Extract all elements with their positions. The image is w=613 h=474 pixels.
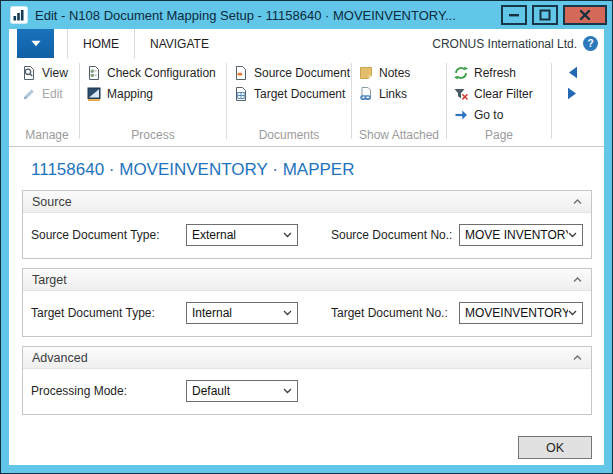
source-document-no-label: Source Document No.: <box>331 228 459 242</box>
chevron-down-icon <box>283 232 292 238</box>
previous-record-button[interactable] <box>552 62 592 83</box>
title-bar: Edit - N108 Document Mapping Setup - 111… <box>1 1 612 29</box>
chevron-down-icon <box>283 310 292 316</box>
source-document-button[interactable]: Source Document <box>227 62 351 83</box>
ribbon-group-documents: Source Document Target Document <box>227 58 351 146</box>
group-label-page: Page <box>447 127 551 146</box>
application-menu-button[interactable] <box>17 29 54 58</box>
group-label-process: Process <box>80 127 226 146</box>
group-label-documents: Documents <box>227 127 351 146</box>
mapping-label: Mapping <box>107 87 153 101</box>
group-label-manage: Manage <box>15 127 79 146</box>
refresh-icon <box>453 65 469 81</box>
check-configuration-label: Check Configuration <box>107 66 216 80</box>
ok-button[interactable]: OK <box>518 436 592 459</box>
section-source-title: Source <box>32 195 72 209</box>
notes-label: Notes <box>379 66 410 80</box>
close-button[interactable] <box>563 5 607 25</box>
clear-filter-button[interactable]: Clear Filter <box>447 83 551 104</box>
links-label: Links <box>379 87 407 101</box>
group-label-show-attached: Show Attached <box>352 127 446 146</box>
target-document-no-select[interactable]: MOVEINVENTORY <box>459 302 583 324</box>
footer: OK <box>22 436 592 465</box>
next-record-icon <box>567 87 578 100</box>
target-document-type-label: Target Document Type: <box>31 306 186 320</box>
check-configuration-button[interactable]: Check Configuration <box>80 62 226 83</box>
source-document-type-label: Source Document Type: <box>31 228 186 242</box>
clear-filter-label: Clear Filter <box>474 87 533 101</box>
ribbon-group-page: Refresh Clear Filter <box>447 58 551 146</box>
ribbon-tab-bar: HOME NAVIGATE CRONUS International Ltd. … <box>9 29 604 58</box>
target-document-no-label: Target Document No.: <box>331 306 459 320</box>
chevron-down-icon <box>283 388 292 394</box>
minimize-button[interactable] <box>501 5 527 25</box>
section-source-header[interactable]: Source <box>23 191 591 213</box>
tab-navigate[interactable]: NAVIGATE <box>135 29 224 58</box>
section-source: Source Source Document Type: External So… <box>22 190 592 259</box>
ribbon-group-show-attached: Notes Links Show Attached <box>352 58 446 146</box>
processing-mode-label: Processing Mode: <box>31 384 186 398</box>
ribbon-group-manage: View Edit Manage <box>15 58 79 146</box>
target-document-button[interactable]: Target Document <box>227 83 351 104</box>
app-chart-icon <box>10 6 28 24</box>
target-document-label: Target Document <box>254 87 345 101</box>
page-title: 11158640 · MOVEINVENTORY · MAPPER <box>31 160 592 180</box>
source-document-label: Source Document <box>254 66 350 80</box>
chevron-down-icon <box>568 232 577 238</box>
collapse-chevron-icon[interactable] <box>573 355 582 361</box>
view-button[interactable]: View <box>15 62 79 83</box>
notes-icon <box>358 65 374 81</box>
tab-home[interactable]: HOME <box>67 29 135 58</box>
view-icon <box>21 65 37 81</box>
company-name: CRONUS International Ltd. <box>432 37 577 51</box>
source-document-icon <box>233 65 249 81</box>
target-document-icon <box>233 86 249 102</box>
window-title: Edit - N108 Document Mapping Setup - 111… <box>35 8 495 23</box>
section-target: Target Target Document Type: Internal Ta… <box>22 268 592 337</box>
section-advanced: Advanced Processing Mode: Default <box>22 346 592 415</box>
refresh-button[interactable]: Refresh <box>447 62 551 83</box>
notes-button[interactable]: Notes <box>352 62 446 83</box>
ribbon-group-process: Check Configuration Mapping Process <box>80 58 226 146</box>
target-document-type-select[interactable]: Internal <box>186 302 298 324</box>
go-to-button[interactable]: Go to <box>447 104 551 125</box>
app-window: Edit - N108 Document Mapping Setup - 111… <box>0 0 613 474</box>
mapping-button[interactable]: Mapping <box>80 83 226 104</box>
check-configuration-icon <box>86 65 102 81</box>
close-icon <box>579 9 591 21</box>
links-icon <box>358 86 374 102</box>
view-label: View <box>42 66 68 80</box>
source-document-no-select[interactable]: MOVE INVENTORY <box>459 224 583 246</box>
refresh-label: Refresh <box>474 66 516 80</box>
window-controls <box>501 5 607 25</box>
maximize-icon <box>539 9 551 21</box>
edit-button: Edit <box>15 83 79 104</box>
source-document-type-select[interactable]: External <box>186 224 298 246</box>
links-button[interactable]: Links <box>352 83 446 104</box>
help-icon[interactable]: ? <box>583 36 598 51</box>
app-menu-dropdown-icon <box>31 40 41 47</box>
maximize-button[interactable] <box>532 5 558 25</box>
collapse-chevron-icon[interactable] <box>573 199 582 205</box>
clear-filter-icon <box>453 86 469 102</box>
section-advanced-title: Advanced <box>32 351 88 365</box>
mapping-icon <box>86 86 102 102</box>
edit-icon <box>21 86 37 102</box>
previous-record-icon <box>567 66 578 79</box>
processing-mode-select[interactable]: Default <box>186 380 298 402</box>
section-target-header[interactable]: Target <box>23 269 591 291</box>
chevron-down-icon <box>568 310 577 316</box>
section-target-title: Target <box>32 273 67 287</box>
window-body: HOME NAVIGATE CRONUS International Ltd. … <box>9 29 604 465</box>
edit-label: Edit <box>42 87 63 101</box>
go-to-icon <box>453 107 469 123</box>
minimize-icon <box>508 9 520 21</box>
section-advanced-header[interactable]: Advanced <box>23 347 591 369</box>
go-to-label: Go to <box>474 108 503 122</box>
record-navigation <box>552 58 592 146</box>
ribbon: View Edit Manage <box>9 58 604 147</box>
collapse-chevron-icon[interactable] <box>573 277 582 283</box>
page-content: 11158640 · MOVEINVENTORY · MAPPER Source… <box>9 147 604 465</box>
next-record-button[interactable] <box>552 83 592 104</box>
